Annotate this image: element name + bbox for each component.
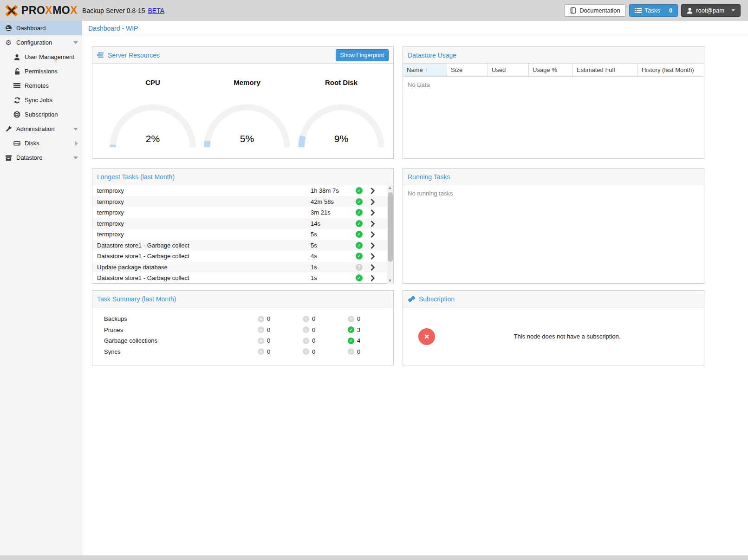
task-row[interactable]: termproxy 3m 21s ✓ [92, 207, 387, 218]
chevron-right-icon[interactable] [371, 242, 375, 249]
ticket-icon [408, 295, 416, 303]
status-ok-icon: ✓ [356, 274, 363, 281]
task-row[interactable]: termproxy 5s ✓ [92, 229, 387, 240]
ok-icon: ✓ [348, 316, 354, 322]
tasks-count-badge: 0 [669, 7, 672, 14]
column-header-history[interactable]: History (last Month) [638, 64, 704, 76]
status-ok-icon: ✓ [356, 242, 363, 249]
sort-asc-icon: ↑ [425, 67, 428, 73]
sidebar-item-datastore[interactable]: Datastore [0, 150, 82, 165]
user-icon [13, 54, 21, 60]
column-header-used[interactable]: Used [488, 64, 529, 76]
status-ok-icon: ✓ [356, 231, 363, 238]
panel-title: Longest Tasks (last Month) [97, 173, 175, 181]
error-icon: × [258, 316, 264, 322]
datastore-table-header: Name↑ Size Used Usage % Estimated Full H… [403, 64, 704, 77]
summary-row-garbage-collections: Garbage collections × 0 ! 0 ✓ 4 [92, 335, 393, 346]
sidebar-item-dashboard[interactable]: Dashboard [0, 21, 82, 35]
sidebar-item-sync-jobs[interactable]: Sync Jobs [0, 93, 82, 107]
chevron-right-icon[interactable] [371, 231, 375, 238]
collapse-arrow-icon[interactable] [73, 156, 78, 159]
gears-icon: ⚙ [5, 39, 13, 47]
sync-icon [13, 97, 21, 104]
warning-icon: ! [303, 348, 309, 355]
chevron-right-icon[interactable] [371, 188, 375, 194]
root-disk-gauge: Root Disk 9% [295, 78, 388, 150]
sidebar-item-remotes[interactable]: Remotes [0, 78, 82, 93]
product-version: Backup Server 0.8-15 [82, 7, 145, 14]
memory-percent: 5% [201, 133, 293, 144]
no-data-text: No Data [403, 77, 704, 93]
scrollbar[interactable] [387, 185, 393, 284]
sidebar-item-permissions[interactable]: Permissions [0, 64, 82, 78]
status-ok-icon: ✓ [356, 220, 363, 227]
expand-arrow-icon[interactable] [75, 141, 78, 146]
user-menu-button[interactable]: root@pam [681, 4, 741, 17]
task-row[interactable]: termproxy 14s ✓ [92, 218, 387, 229]
support-ring-icon [13, 111, 21, 118]
cpu-gauge: CPU 2% [106, 78, 199, 150]
show-fingerprint-button[interactable]: Show Fingerprint [336, 49, 389, 61]
task-row[interactable]: termproxy 42m 58s ✓ [92, 196, 387, 208]
archive-icon [5, 155, 13, 161]
status-ok-icon: ✓ [356, 253, 363, 260]
status-ok-icon: ✓ [356, 187, 363, 194]
sidebar-item-subscription[interactable]: Subscription [0, 107, 82, 122]
cpu-percent: 2% [106, 133, 199, 144]
chevron-right-icon[interactable] [371, 209, 375, 216]
no-running-tasks-text: No running tasks [403, 185, 704, 202]
column-header-size[interactable]: Size [447, 64, 488, 76]
task-row[interactable]: Datastore store1 - Garbage collect 1s ✓ [92, 273, 387, 284]
dashboard-icon [5, 25, 13, 32]
task-row[interactable]: Update package database 1s ? [92, 262, 387, 273]
documentation-button[interactable]: Documentation [564, 4, 625, 17]
chevron-right-icon[interactable] [371, 264, 375, 271]
panel-title: Task Summary (last Month) [97, 295, 176, 303]
chevron-right-icon[interactable] [371, 253, 375, 260]
sidebar-item-user-management[interactable]: User Management [0, 50, 82, 64]
column-header-estimated-full[interactable]: Estimated Full [573, 64, 638, 76]
server-resources-icon [97, 52, 104, 58]
status-unknown-icon: ? [356, 264, 363, 271]
sidebar-item-administration[interactable]: Administration [0, 122, 82, 136]
tasks-button[interactable]: Tasks 0 [629, 4, 678, 17]
task-row[interactable]: Datastore store1 - Garbage collect 5s ✓ [92, 240, 387, 251]
column-header-usage[interactable]: Usage % [529, 64, 573, 76]
running-tasks-panel: Running Tasks No running tasks [403, 168, 704, 284]
scroll-down-icon[interactable] [389, 280, 391, 282]
proxmox-logo: PROXMOX [5, 4, 78, 17]
warning-icon: ! [303, 316, 309, 322]
collapse-arrow-icon[interactable] [73, 41, 78, 44]
chevron-right-icon[interactable] [371, 275, 375, 281]
beta-link[interactable]: BETA [148, 7, 165, 14]
scroll-up-icon[interactable] [389, 187, 391, 189]
sidebar-item-configuration[interactable]: ⚙ Configuration [0, 35, 82, 50]
collapse-arrow-icon[interactable] [73, 128, 78, 130]
panel-title: Running Tasks [408, 173, 450, 181]
task-row[interactable]: Datastore store1 - Garbage collect 4s ✓ [92, 251, 387, 262]
chevron-right-icon[interactable] [371, 221, 375, 227]
chevron-down-icon [731, 9, 735, 12]
datastore-usage-panel: Datastore Usage Name↑ Size Used Usage % … [403, 46, 704, 159]
ok-icon: ✓ [348, 348, 354, 355]
warning-icon: ! [303, 338, 309, 344]
page-title: Dashboard - WIP [82, 21, 748, 36]
wrench-icon [5, 125, 13, 132]
warning-icon: ! [303, 326, 309, 333]
scrollbar-thumb[interactable] [388, 192, 393, 262]
main-area: Dashboard - WIP Server Resources Show Fi… [82, 21, 748, 555]
panel-title: Datastore Usage [408, 52, 456, 59]
memory-gauge: Memory 5% [201, 78, 293, 150]
chevron-right-icon[interactable] [371, 199, 375, 205]
summary-row-backups: Backups × 0 ! 0 ✓ 0 [92, 313, 393, 325]
panel-title: Subscription [419, 295, 455, 303]
bottom-edge-strip [0, 555, 748, 560]
unlock-icon [13, 68, 21, 75]
column-header-name[interactable]: Name↑ [403, 64, 447, 76]
task-row[interactable]: termproxy 1h 38m 7s ✓ [92, 185, 387, 196]
proxmox-x-icon [5, 4, 19, 17]
summary-row-syncs: Syncs × 0 ! 0 ✓ 0 [92, 346, 393, 358]
ok-icon: ✓ [348, 338, 354, 344]
status-ok-icon: ✓ [356, 198, 363, 205]
sidebar-item-disks[interactable]: Disks [0, 136, 82, 150]
